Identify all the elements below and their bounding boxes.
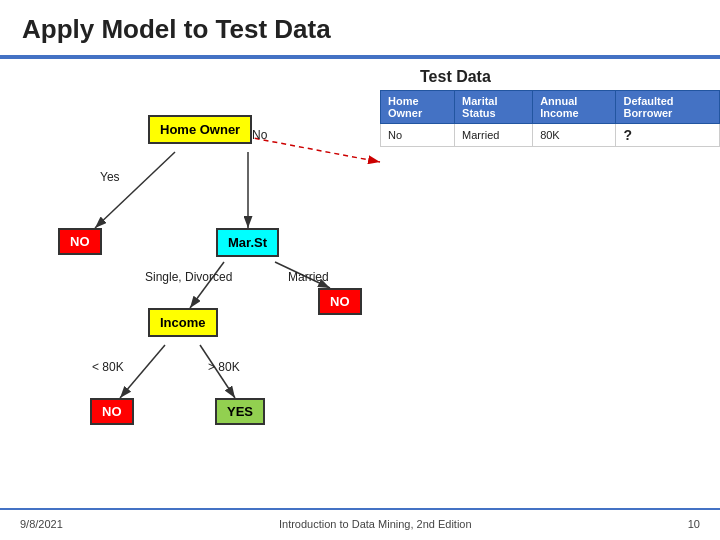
title-separator bbox=[0, 55, 720, 59]
label-married: Married bbox=[288, 270, 329, 284]
footer-separator bbox=[0, 508, 720, 510]
node-yes-high-income: YES bbox=[215, 398, 265, 425]
cell-annual-income: 80K bbox=[533, 124, 616, 147]
col-home-owner: Home Owner bbox=[381, 91, 455, 124]
col-annual-income: Annual Income bbox=[533, 91, 616, 124]
node-home-owner: Home Owner bbox=[148, 115, 252, 144]
node-no-low-income: NO bbox=[90, 398, 134, 425]
label-no: No bbox=[252, 128, 267, 142]
node-income: Income bbox=[148, 308, 218, 337]
col-defaulted-borrower: Defaulted Borrower bbox=[616, 91, 720, 124]
svg-line-8 bbox=[120, 345, 165, 398]
node-no-yes-branch: NO bbox=[58, 228, 102, 255]
subtitle-label: Test Data bbox=[420, 68, 491, 86]
table-row: No Married 80K ? bbox=[381, 124, 720, 147]
label-lt80k: < 80K bbox=[92, 360, 124, 374]
footer: 9/8/2021 Introduction to Data Mining, 2n… bbox=[0, 518, 720, 530]
footer-page: 10 bbox=[688, 518, 700, 530]
svg-line-3 bbox=[95, 152, 175, 228]
cell-defaulted-borrower: ? bbox=[616, 124, 720, 147]
col-marital-status: Marital Status bbox=[455, 91, 533, 124]
label-yes: Yes bbox=[100, 170, 120, 184]
label-single-divorced: Single, Divorced bbox=[145, 270, 232, 284]
node-mar-st: Mar.St bbox=[216, 228, 279, 257]
svg-line-6 bbox=[190, 262, 224, 308]
footer-date: 9/8/2021 bbox=[20, 518, 63, 530]
page-title: Apply Model to Test Data bbox=[22, 14, 331, 45]
test-data-table: Home Owner Marital Status Annual Income … bbox=[380, 90, 720, 147]
node-no-married: NO bbox=[318, 288, 362, 315]
cell-marital-status: Married bbox=[455, 124, 533, 147]
footer-center: Introduction to Data Mining, 2nd Edition bbox=[279, 518, 472, 530]
cell-home-owner: No bbox=[381, 124, 455, 147]
label-gt80k: > 80K bbox=[208, 360, 240, 374]
